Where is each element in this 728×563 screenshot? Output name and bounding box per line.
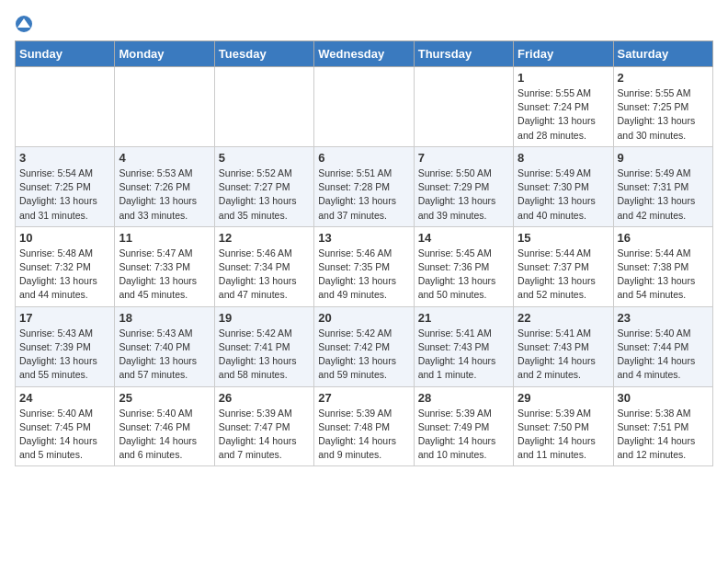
calendar-cell: 4Sunrise: 5:53 AM Sunset: 7:26 PM Daylig… [115,146,214,226]
day-number: 2 [618,71,709,85]
calendar-cell: 25Sunrise: 5:40 AM Sunset: 7:46 PM Dayli… [115,386,214,466]
calendar-cell: 29Sunrise: 5:39 AM Sunset: 7:50 PM Dayli… [514,386,613,466]
day-info: Sunrise: 5:47 AM Sunset: 7:33 PM Dayligh… [119,247,210,303]
weekday-header-tuesday: Tuesday [214,41,313,67]
weekday-header-saturday: Saturday [613,41,712,67]
weekday-header-sunday: Sunday [16,41,115,67]
calendar-cell: 28Sunrise: 5:39 AM Sunset: 7:49 PM Dayli… [414,386,513,466]
day-number: 24 [19,391,110,405]
day-number: 29 [518,391,609,405]
calendar-cell: 15Sunrise: 5:44 AM Sunset: 7:37 PM Dayli… [514,226,613,306]
calendar-cell: 8Sunrise: 5:49 AM Sunset: 7:30 PM Daylig… [514,146,613,226]
day-info: Sunrise: 5:43 AM Sunset: 7:39 PM Dayligh… [19,327,110,383]
calendar-cell: 2Sunrise: 5:55 AM Sunset: 7:25 PM Daylig… [613,67,712,147]
day-number: 25 [119,391,210,405]
day-number: 17 [19,311,110,325]
weekday-header-thursday: Thursday [414,41,513,67]
weekday-header-friday: Friday [514,41,613,67]
day-number: 11 [119,231,210,245]
calendar-cell [214,67,313,147]
day-info: Sunrise: 5:40 AM Sunset: 7:45 PM Dayligh… [19,407,110,463]
day-number: 15 [518,231,609,245]
week-row-3: 10Sunrise: 5:48 AM Sunset: 7:32 PM Dayli… [16,226,713,306]
day-number: 7 [418,151,509,165]
calendar-cell: 12Sunrise: 5:46 AM Sunset: 7:34 PM Dayli… [214,226,313,306]
day-number: 19 [219,311,310,325]
calendar-cell: 22Sunrise: 5:41 AM Sunset: 7:43 PM Dayli… [514,306,613,386]
day-number: 18 [119,311,210,325]
day-number: 21 [418,311,509,325]
day-info: Sunrise: 5:39 AM Sunset: 7:50 PM Dayligh… [518,407,609,463]
day-number: 9 [618,151,709,165]
calendar-cell: 24Sunrise: 5:40 AM Sunset: 7:45 PM Dayli… [16,386,115,466]
day-info: Sunrise: 5:40 AM Sunset: 7:46 PM Dayligh… [119,407,210,463]
calendar-cell [16,67,115,147]
day-number: 20 [318,311,409,325]
day-info: Sunrise: 5:45 AM Sunset: 7:36 PM Dayligh… [418,247,509,303]
weekday-header-wednesday: Wednesday [314,41,414,67]
day-info: Sunrise: 5:39 AM Sunset: 7:49 PM Dayligh… [418,407,509,463]
calendar-cell: 21Sunrise: 5:41 AM Sunset: 7:43 PM Dayli… [414,306,513,386]
day-number: 23 [618,311,709,325]
day-info: Sunrise: 5:41 AM Sunset: 7:43 PM Dayligh… [418,327,509,383]
day-info: Sunrise: 5:39 AM Sunset: 7:47 PM Dayligh… [219,407,310,463]
calendar-cell: 30Sunrise: 5:38 AM Sunset: 7:51 PM Dayli… [613,386,712,466]
calendar-cell: 27Sunrise: 5:39 AM Sunset: 7:48 PM Dayli… [314,386,414,466]
calendar-cell: 17Sunrise: 5:43 AM Sunset: 7:39 PM Dayli… [16,306,115,386]
calendar-cell [314,67,414,147]
day-info: Sunrise: 5:48 AM Sunset: 7:32 PM Dayligh… [19,247,110,303]
calendar-cell: 9Sunrise: 5:49 AM Sunset: 7:31 PM Daylig… [613,146,712,226]
day-info: Sunrise: 5:44 AM Sunset: 7:37 PM Dayligh… [518,247,609,303]
day-number: 30 [618,391,709,405]
day-number: 4 [119,151,210,165]
day-number: 13 [318,231,409,245]
week-row-5: 24Sunrise: 5:40 AM Sunset: 7:45 PM Dayli… [16,386,713,466]
calendar-cell: 20Sunrise: 5:42 AM Sunset: 7:42 PM Dayli… [314,306,414,386]
day-number: 14 [418,231,509,245]
logo-icon [15,15,33,33]
calendar-cell: 19Sunrise: 5:42 AM Sunset: 7:41 PM Dayli… [214,306,313,386]
day-number: 6 [318,151,409,165]
calendar-cell: 7Sunrise: 5:50 AM Sunset: 7:29 PM Daylig… [414,146,513,226]
calendar-cell [414,67,513,147]
day-info: Sunrise: 5:51 AM Sunset: 7:28 PM Dayligh… [318,167,409,223]
day-info: Sunrise: 5:42 AM Sunset: 7:41 PM Dayligh… [219,327,310,383]
day-info: Sunrise: 5:49 AM Sunset: 7:31 PM Dayligh… [618,167,709,223]
day-info: Sunrise: 5:39 AM Sunset: 7:48 PM Dayligh… [318,407,409,463]
page-header [15,15,713,33]
day-info: Sunrise: 5:46 AM Sunset: 7:35 PM Dayligh… [318,247,409,303]
calendar-cell: 3Sunrise: 5:54 AM Sunset: 7:25 PM Daylig… [16,146,115,226]
calendar-cell: 5Sunrise: 5:52 AM Sunset: 7:27 PM Daylig… [214,146,313,226]
day-number: 22 [518,311,609,325]
day-info: Sunrise: 5:49 AM Sunset: 7:30 PM Dayligh… [518,167,609,223]
day-info: Sunrise: 5:55 AM Sunset: 7:24 PM Dayligh… [518,86,609,143]
weekday-header-monday: Monday [115,41,214,67]
calendar-cell [115,67,214,147]
day-number: 5 [219,151,310,165]
calendar-cell: 14Sunrise: 5:45 AM Sunset: 7:36 PM Dayli… [414,226,513,306]
day-info: Sunrise: 5:52 AM Sunset: 7:27 PM Dayligh… [219,167,310,223]
week-row-2: 3Sunrise: 5:54 AM Sunset: 7:25 PM Daylig… [16,146,713,226]
day-number: 8 [518,151,609,165]
day-info: Sunrise: 5:40 AM Sunset: 7:44 PM Dayligh… [618,327,709,383]
day-number: 26 [219,391,310,405]
calendar-cell: 18Sunrise: 5:43 AM Sunset: 7:40 PM Dayli… [115,306,214,386]
calendar-cell: 23Sunrise: 5:40 AM Sunset: 7:44 PM Dayli… [613,306,712,386]
day-info: Sunrise: 5:55 AM Sunset: 7:25 PM Dayligh… [618,86,709,143]
day-info: Sunrise: 5:42 AM Sunset: 7:42 PM Dayligh… [318,327,409,383]
week-row-1: 1Sunrise: 5:55 AM Sunset: 7:24 PM Daylig… [16,67,713,147]
calendar-cell: 1Sunrise: 5:55 AM Sunset: 7:24 PM Daylig… [514,67,613,147]
day-number: 3 [19,151,110,165]
calendar-cell: 16Sunrise: 5:44 AM Sunset: 7:38 PM Dayli… [613,226,712,306]
day-info: Sunrise: 5:44 AM Sunset: 7:38 PM Dayligh… [618,247,709,303]
calendar-cell: 13Sunrise: 5:46 AM Sunset: 7:35 PM Dayli… [314,226,414,306]
calendar-cell: 26Sunrise: 5:39 AM Sunset: 7:47 PM Dayli… [214,386,313,466]
calendar-table: SundayMondayTuesdayWednesdayThursdayFrid… [15,40,713,466]
weekday-header-row: SundayMondayTuesdayWednesdayThursdayFrid… [16,41,713,67]
calendar-cell: 6Sunrise: 5:51 AM Sunset: 7:28 PM Daylig… [314,146,414,226]
day-info: Sunrise: 5:46 AM Sunset: 7:34 PM Dayligh… [219,247,310,303]
day-info: Sunrise: 5:41 AM Sunset: 7:43 PM Dayligh… [518,327,609,383]
day-info: Sunrise: 5:54 AM Sunset: 7:25 PM Dayligh… [19,167,110,223]
day-number: 10 [19,231,110,245]
calendar-cell: 10Sunrise: 5:48 AM Sunset: 7:32 PM Dayli… [16,226,115,306]
